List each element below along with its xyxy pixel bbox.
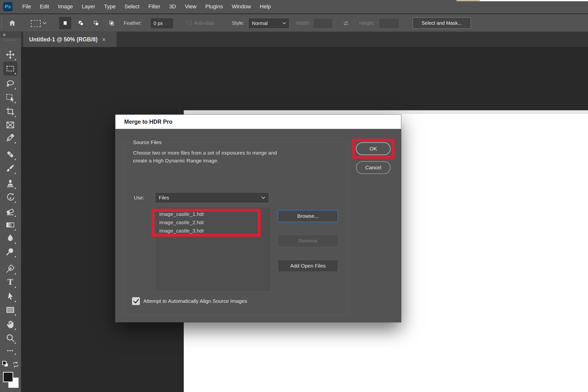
move-tool[interactable] bbox=[4, 48, 17, 62]
collapse-panels-chevrons[interactable]: » bbox=[0, 32, 21, 38]
rectangle-tool[interactable] bbox=[4, 303, 17, 317]
chevron-down-icon bbox=[261, 196, 265, 199]
annotation-box-file-list bbox=[152, 209, 261, 237]
menu-window[interactable]: Window bbox=[227, 0, 255, 13]
add-to-selection-button[interactable] bbox=[75, 17, 87, 29]
subtract-from-selection-button[interactable] bbox=[90, 17, 102, 29]
intersect-selection-icon bbox=[108, 20, 115, 26]
home-icon bbox=[8, 19, 16, 27]
align-source-images-checkbox[interactable] bbox=[132, 297, 140, 305]
menu-select[interactable]: Select bbox=[120, 0, 144, 13]
separator bbox=[52, 17, 53, 30]
default-colors-icon[interactable] bbox=[1, 360, 11, 369]
source-files-legend: Source Files bbox=[130, 139, 165, 146]
tools-panel-grip bbox=[5, 40, 16, 41]
home-button[interactable] bbox=[7, 18, 18, 28]
eyedropper-tool[interactable] bbox=[4, 131, 17, 144]
menu-items: File Edit Image Layer Type Select Filter… bbox=[18, 0, 275, 13]
document-tab-bar: » Untitled-1 @ 50% (RGB/8) × bbox=[0, 32, 588, 47]
style-label: Style: bbox=[232, 14, 244, 32]
browse-button[interactable]: Browse... bbox=[278, 210, 338, 222]
description-line-1: Choose two or more files from a set of e… bbox=[133, 149, 277, 157]
add-to-selection-icon bbox=[78, 20, 84, 26]
style-dropdown-value: Normal bbox=[248, 20, 282, 26]
dialog-title: Merge to HDR Pro bbox=[116, 115, 401, 129]
width-input bbox=[314, 19, 332, 28]
menu-edit[interactable]: Edit bbox=[35, 0, 54, 13]
type-tool[interactable]: T bbox=[4, 276, 17, 289]
document-tab-title: Untitled-1 @ 50% (RGB/8) bbox=[29, 36, 98, 43]
menu-image[interactable]: Image bbox=[54, 0, 77, 13]
separator bbox=[224, 17, 225, 30]
anti-alias-checkbox[interactable] bbox=[187, 20, 192, 26]
remove-button: Remove bbox=[278, 235, 338, 247]
photoshop-window: Ps File Edit Image Layer Type Select Fil… bbox=[0, 0, 588, 392]
menu-bar: Ps File Edit Image Layer Type Select Fil… bbox=[0, 0, 588, 14]
align-source-images-label: Attempt to Automatically Align Source Im… bbox=[143, 297, 247, 305]
gradient-tool[interactable] bbox=[4, 218, 17, 232]
document-top-edge bbox=[184, 110, 588, 114]
select-and-mask-button[interactable]: Select and Mask... bbox=[412, 18, 471, 29]
ellipsis-icon: ••• bbox=[7, 348, 14, 354]
lasso-tool[interactable] bbox=[4, 77, 17, 91]
new-selection-button[interactable] bbox=[59, 17, 71, 29]
separator bbox=[28, 17, 28, 30]
brush-tool[interactable] bbox=[4, 162, 17, 175]
foreground-color-swatch[interactable] bbox=[3, 372, 13, 382]
menu-layer[interactable]: Layer bbox=[78, 0, 100, 13]
menu-type[interactable]: Type bbox=[100, 0, 120, 13]
use-dropdown[interactable]: Files bbox=[155, 192, 269, 203]
more-tools-button[interactable]: ••• bbox=[4, 345, 17, 356]
swap-colors-icon[interactable] bbox=[11, 360, 20, 369]
height-label: Height: bbox=[359, 14, 374, 32]
description-line-2: create a High Dynamic Range image. bbox=[133, 157, 277, 165]
chevron-down-icon bbox=[282, 22, 286, 24]
separator bbox=[119, 17, 120, 30]
menu-file[interactable]: File bbox=[18, 0, 35, 13]
menu-filter[interactable]: Filter bbox=[144, 0, 165, 13]
hand-tool[interactable] bbox=[4, 317, 17, 331]
close-tab-icon[interactable]: × bbox=[102, 36, 106, 43]
menu-plugins[interactable]: Plugins bbox=[201, 0, 227, 13]
photoshop-logo: Ps bbox=[3, 2, 12, 11]
rectangular-marquee-tool[interactable] bbox=[4, 62, 17, 76]
swap-width-height-icon[interactable] bbox=[341, 20, 351, 27]
chevron-down-icon[interactable] bbox=[43, 22, 46, 24]
history-brush-tool[interactable] bbox=[4, 190, 17, 204]
path-selection-tool[interactable] bbox=[4, 290, 17, 303]
separator bbox=[406, 17, 407, 30]
background-window-sliver-white bbox=[480, 0, 588, 1]
crop-tool[interactable] bbox=[4, 104, 17, 118]
width-label: Width: bbox=[296, 14, 310, 32]
clone-stamp-tool[interactable] bbox=[4, 176, 17, 190]
menu-view[interactable]: View bbox=[180, 0, 201, 13]
tools-panel: T ••• bbox=[0, 38, 21, 392]
spot-healing-brush-tool[interactable] bbox=[4, 148, 17, 161]
svg-text:T: T bbox=[7, 277, 13, 286]
annotation-box-ok-button bbox=[352, 139, 394, 159]
cancel-button[interactable]: Cancel bbox=[356, 161, 390, 174]
options-bar-grip bbox=[1, 17, 2, 29]
pen-tool[interactable] bbox=[4, 262, 17, 276]
add-open-files-button[interactable]: Add Open Files bbox=[278, 260, 338, 272]
background-window-sliver-tan bbox=[456, 0, 480, 1]
eraser-tool[interactable] bbox=[4, 204, 17, 218]
style-dropdown[interactable]: Normal bbox=[248, 18, 289, 29]
height-input bbox=[380, 19, 398, 28]
dodge-tool[interactable] bbox=[4, 245, 17, 258]
blur-tool[interactable] bbox=[4, 231, 17, 245]
menu-3d[interactable]: 3D bbox=[165, 0, 180, 13]
use-label: Use: bbox=[134, 192, 144, 203]
intersect-selection-button[interactable] bbox=[105, 17, 118, 29]
subtract-from-selection-icon bbox=[93, 20, 100, 26]
frame-tool[interactable] bbox=[4, 118, 17, 132]
object-selection-tool[interactable] bbox=[4, 91, 17, 104]
feather-label: Feather: bbox=[124, 14, 142, 32]
zoom-tool[interactable] bbox=[4, 331, 17, 345]
menu-help[interactable]: Help bbox=[255, 0, 275, 13]
new-selection-icon bbox=[62, 20, 68, 26]
feather-input[interactable]: 0 px bbox=[151, 18, 173, 28]
document-tab[interactable]: Untitled-1 @ 50% (RGB/8) × bbox=[23, 32, 116, 47]
use-dropdown-value: Files bbox=[155, 195, 261, 201]
marquee-tool-preset[interactable] bbox=[31, 20, 41, 27]
